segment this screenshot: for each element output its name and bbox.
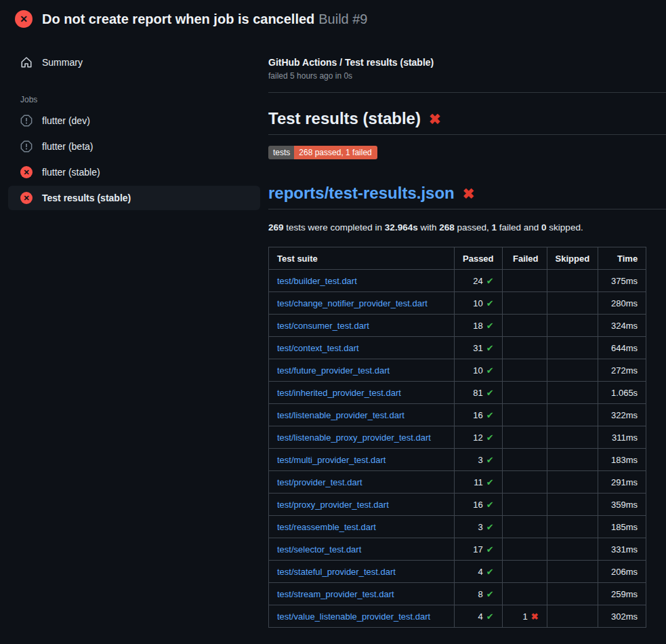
sidebar-item-job[interactable]: flutter (dev) [8, 108, 260, 133]
sidebar-item-job[interactable]: flutter (beta) [8, 134, 260, 159]
home-icon [20, 56, 33, 68]
jobs-list: flutter (dev)flutter (beta)✕flutter (sta… [0, 108, 268, 210]
report-file-link[interactable]: reports/test-results.json [268, 184, 455, 203]
sidebar-item-summary[interactable]: Summary [8, 50, 260, 75]
skipped-cell [547, 494, 598, 516]
build-number: Build #9 [318, 12, 367, 26]
test-suite-cell: test/reassemble_test.dart [269, 516, 455, 538]
passed-cell: 8✔ [455, 583, 503, 605]
time-cell: 291ms [598, 471, 646, 494]
test-suite-link[interactable]: test/change_notifier_provider_test.dart [277, 298, 428, 308]
test-suite-link[interactable]: test/reassemble_test.dart [277, 522, 376, 532]
passed-cell: 4✔ [455, 605, 503, 628]
passed-count: 268 [439, 222, 455, 233]
passed-cell: 3✔ [455, 516, 503, 538]
failed-cell: 1✖ [502, 605, 547, 628]
total-time: 32.964s [385, 222, 418, 233]
failed-cell [502, 449, 547, 471]
skipped-cell [547, 605, 598, 628]
section-heading: Test results (stable) ✖ [268, 109, 666, 135]
test-suite-link[interactable]: test/consumer_test.dart [277, 321, 369, 331]
failed-cell [502, 337, 547, 359]
failed-cell [502, 426, 547, 449]
test-suite-link[interactable]: test/future_provider_test.dart [277, 365, 390, 376]
check-icon: ✔ [486, 589, 494, 599]
sidebar-item-job[interactable]: ✕flutter (stable) [8, 160, 260, 184]
table-header-row: Test suitePassedFailedSkippedTime [269, 247, 646, 270]
test-suite-cell: test/provider_test.dart [269, 471, 455, 494]
test-suite-link[interactable]: test/selector_test.dart [277, 544, 361, 555]
test-suite-cell: test/future_provider_test.dart [269, 359, 455, 382]
job-label: flutter (dev) [42, 115, 90, 126]
test-suite-link[interactable]: test/stream_provider_test.dart [277, 589, 394, 599]
failed-cell [502, 561, 547, 583]
test-suite-cell: test/builder_test.dart [269, 270, 455, 292]
test-suite-cell: test/inherited_provider_test.dart [269, 382, 455, 404]
test-suite-link[interactable]: test/inherited_provider_test.dart [277, 388, 401, 398]
test-suite-link[interactable]: test/listenable_provider_test.dart [277, 410, 404, 420]
test-suite-link[interactable]: test/value_listenable_provider_test.dart [277, 611, 430, 622]
passed-cell: 11✔ [455, 471, 503, 494]
test-suite-cell: test/context_test.dart [269, 337, 455, 359]
total-count: 269 [268, 222, 284, 233]
check-icon: ✔ [486, 522, 494, 532]
time-cell: 322ms [598, 404, 646, 426]
check-icon: ✔ [486, 432, 494, 443]
sidebar-item-job[interactable]: ✕Test results (stable) [8, 186, 260, 210]
time-cell: 644ms [598, 337, 646, 359]
job-label: flutter (beta) [42, 141, 93, 152]
skipped-cell [547, 516, 598, 538]
test-suite-cell: test/value_listenable_provider_test.dart [269, 605, 455, 628]
failed-cell [502, 382, 547, 404]
test-suite-link[interactable]: test/stateful_provider_test.dart [277, 567, 396, 577]
passed-cell: 17✔ [455, 538, 503, 561]
test-suite-link[interactable]: test/provider_test.dart [277, 477, 362, 487]
jobs-section-label: Jobs [20, 95, 268, 104]
skipped-cell [547, 292, 598, 315]
failed-cell [502, 471, 547, 494]
check-icon: ✔ [486, 611, 494, 622]
skipped-cell [547, 538, 598, 561]
skipped-cell [547, 382, 598, 404]
test-suite-link[interactable]: test/builder_test.dart [277, 276, 357, 286]
column-header: Passed [455, 247, 503, 270]
test-table-body: test/builder_test.dart24✔375mstest/chang… [269, 270, 646, 628]
run-title: Do not create report when job is cancell… [42, 12, 314, 26]
test-suite-cell: test/stateful_provider_test.dart [269, 561, 455, 583]
column-header: Failed [502, 247, 547, 270]
summary-text: with [418, 222, 440, 233]
time-cell: 375ms [598, 270, 646, 292]
time-cell: 259ms [598, 583, 646, 605]
check-icon: ✔ [486, 477, 494, 487]
test-suite-link[interactable]: test/listenable_proxy_provider_test.dart [277, 432, 431, 443]
cancelled-stop-icon [20, 115, 33, 127]
passed-cell: 16✔ [455, 494, 503, 516]
summary-text: skipped. [547, 222, 583, 233]
test-suite-cell: test/listenable_proxy_provider_test.dart [269, 426, 455, 449]
job-label: flutter (stable) [42, 167, 100, 178]
failed-cell [502, 538, 547, 561]
failed-cell [502, 315, 547, 337]
time-cell: 272ms [598, 359, 646, 382]
test-suite-cell: test/listenable_provider_test.dart [269, 404, 455, 426]
test-suite-link[interactable]: test/context_test.dart [277, 343, 359, 353]
test-suite-link[interactable]: test/proxy_provider_test.dart [277, 500, 389, 510]
cancelled-stop-icon [20, 140, 33, 153]
passed-cell: 12✔ [455, 426, 503, 449]
table-row: test/stateful_provider_test.dart4✔206ms [269, 561, 646, 583]
fail-x-icon: ✖ [531, 611, 539, 622]
failed-cell [502, 292, 547, 315]
column-header: Test suite [269, 247, 455, 270]
column-header: Time [598, 247, 646, 270]
check-icon: ✔ [486, 321, 494, 331]
time-cell: 311ms [598, 426, 646, 449]
sidebar-summary-label: Summary [42, 57, 83, 68]
test-suite-link[interactable]: test/multi_provider_test.dart [277, 455, 386, 465]
passed-cell: 24✔ [455, 270, 503, 292]
summary-text: failed and [497, 222, 541, 233]
time-cell: 331ms [598, 538, 646, 561]
job-label: Test results (stable) [42, 193, 131, 203]
section-title: Test results (stable) [268, 109, 421, 128]
x-circle-icon: ✕ [20, 192, 33, 204]
report-heading: reports/test-results.json ✖ [268, 184, 666, 209]
